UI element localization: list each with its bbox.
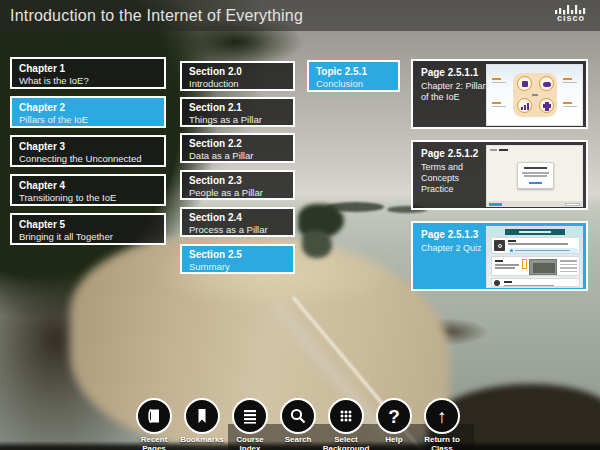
chapter-subtitle: Bringing it all Together [19, 231, 157, 243]
corner-text [492, 82, 506, 83]
dialog-link [529, 182, 542, 184]
section-item-2-2[interactable]: Section 2.2 Data as a Pillar [180, 133, 295, 163]
tool-label: Help [369, 435, 419, 444]
page-thumbnail-quiz [486, 226, 583, 288]
step-title [495, 260, 503, 262]
step-text [495, 267, 515, 269]
corner-text [563, 106, 577, 107]
quiz-header-bar [505, 229, 565, 235]
help-button[interactable]: ? Help [369, 398, 419, 444]
search-button[interactable]: Search [273, 398, 323, 444]
section-item-2-5-active[interactable]: Section 2.5 Summary [180, 244, 295, 274]
point-rocks [302, 230, 332, 258]
page-subtitle: Chapter 2: Pillars of the IoE [421, 81, 493, 103]
screenshot [529, 259, 557, 275]
pillar-circle-people [517, 76, 532, 91]
quiz-step-3 [491, 278, 580, 287]
search-icon [280, 398, 316, 434]
chapter-title: Chapter 4 [19, 180, 157, 192]
tool-label: Course Index [225, 435, 275, 450]
page-subtitle: Terms and Concepts Practice [421, 162, 493, 195]
chapter-item-2-active[interactable]: Chapter 2 Pillars of the IoE [10, 96, 166, 128]
section-item-2-3[interactable]: Section 2.3 People as a Pillar [180, 170, 295, 200]
sidebar-line [560, 264, 577, 266]
header-bar: Introduction to the Internet of Everythi… [0, 0, 600, 31]
section-title: Section 2.4 [189, 212, 286, 224]
pillar-glyph [527, 103, 529, 110]
pillar-glyph [543, 104, 551, 108]
chapter-title: Chapter 1 [19, 63, 157, 75]
step-text [504, 285, 554, 287]
step-icon [494, 280, 500, 286]
section-item-2-4[interactable]: Section 2.4 Process as a Pillar [180, 207, 295, 237]
course-index-icon [232, 398, 268, 434]
bookmarks-button[interactable]: Bookmarks [177, 398, 227, 444]
help-icon: ? [376, 398, 412, 434]
chapter-item-3[interactable]: Chapter 3 Connecting the Unconnected [10, 135, 166, 167]
quiz-header-text [519, 231, 551, 233]
section-title: Section 2.3 [189, 175, 286, 187]
section-item-2-0[interactable]: Section 2.0 Introduction [180, 61, 295, 91]
chapter-item-4[interactable]: Chapter 4 Transitioning to the IoE [10, 174, 166, 206]
section-subtitle: Summary [189, 261, 286, 273]
return-to-class-icon: ↑ [424, 398, 460, 434]
cisco-logo: cisco [551, 5, 591, 23]
sidebar-line [560, 267, 577, 269]
tool-label: Return to Class [417, 435, 467, 450]
select-background-button[interactable]: Select Background [321, 398, 371, 450]
chapter-item-5[interactable]: Chapter 5 Bringing it all Together [10, 213, 166, 245]
return-to-class-button[interactable]: ↑ Return to Class [417, 398, 467, 450]
breadcrumb-text [499, 149, 508, 151]
ioe-center-label [532, 94, 538, 96]
page-item-2-5-1-1[interactable]: Page 2.5.1.1 Chapter 2: Pillars of the I… [411, 59, 588, 129]
pillar-glyph [543, 82, 551, 87]
chapter-subtitle: Connecting the Unconnected [19, 153, 157, 165]
cisco-wordmark: cisco [551, 14, 591, 23]
step-text [495, 264, 519, 266]
highlight-box [522, 259, 527, 269]
info-strip [508, 248, 578, 253]
dialog-title [524, 167, 547, 169]
topic-title: Topic 2.5.1 [316, 66, 391, 78]
section-subtitle: Things as a Pillar [189, 114, 286, 126]
corner-label [563, 78, 572, 80]
screenshot-inner [533, 263, 555, 273]
sidebar-line [560, 260, 577, 262]
pillar-glyph [524, 105, 526, 110]
practice-dialog [517, 162, 554, 189]
course-navigation-screen: Introduction to the Internet of Everythi… [0, 0, 600, 450]
pillar-glyph [521, 107, 523, 110]
footer-brand [489, 203, 502, 206]
question-mark-glyph: ? [388, 407, 400, 426]
course-index-button[interactable]: Course Index [225, 398, 275, 450]
chapter-subtitle: Pillars of the IoE [19, 114, 157, 126]
section-title: Section 2.0 [189, 66, 286, 78]
page-item-2-5-1-2[interactable]: Page 2.5.1.2 Terms and Concepts Practice [411, 140, 588, 210]
recent-pages-icon [136, 398, 172, 434]
chapter-title: Chapter 2 [19, 102, 157, 114]
recent-pages-button[interactable]: Recent Pages [129, 398, 179, 450]
section-subtitle: Introduction [189, 78, 286, 90]
corner-label [492, 78, 501, 80]
page-item-2-5-1-3-active[interactable]: Page 2.5.1.3 Chapter 2 Quiz [411, 221, 588, 291]
quiz-step-1 [491, 237, 580, 254]
page-thumbnail-practice [486, 145, 583, 207]
section-subtitle: Data as a Pillar [189, 150, 286, 162]
pillar-glyph [522, 81, 528, 87]
info-text [515, 250, 570, 252]
topic-item-2-5-1-active[interactable]: Topic 2.5.1 Conclusion [307, 60, 400, 92]
pillar-circle-data [517, 98, 532, 113]
page-title: Introduction to the Internet of Everythi… [10, 0, 303, 31]
dialog-text [522, 172, 549, 174]
tool-label: Bookmarks [177, 435, 227, 444]
chapter-title: Chapter 3 [19, 141, 157, 153]
section-title: Section 2.5 [189, 249, 286, 261]
corner-text [492, 106, 506, 107]
section-item-2-1[interactable]: Section 2.1 Things as a Pillar [180, 97, 295, 127]
quiz-step-2 [491, 256, 580, 276]
section-title: Section 2.1 [189, 102, 286, 114]
chapter-item-1[interactable]: Chapter 1 What is the IoE? [10, 57, 166, 89]
tool-label: Search [273, 435, 323, 444]
page-thumbnail-pillars-diagram [486, 64, 583, 126]
info-icon [510, 249, 513, 252]
